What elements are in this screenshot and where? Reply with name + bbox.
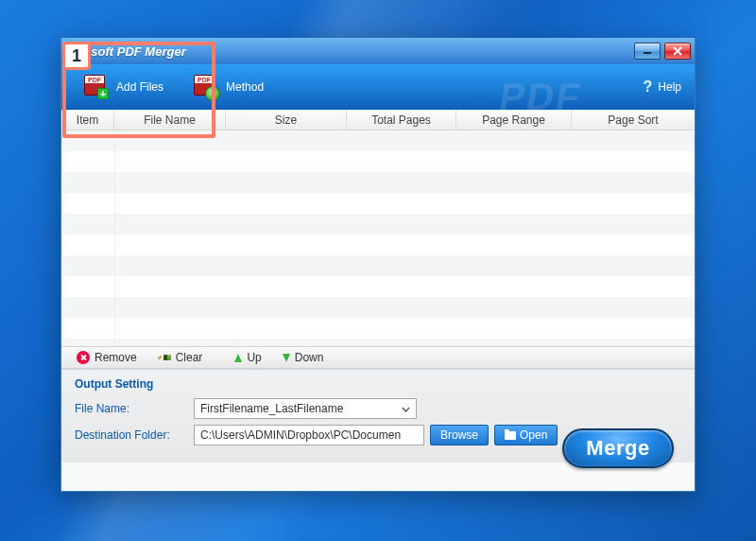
title-bar[interactable]: iseesoft PDF Merger: [61, 38, 695, 64]
move-up-button[interactable]: Up: [229, 350, 266, 365]
method-label: Method: [226, 80, 264, 94]
chevron-down-icon: [402, 402, 410, 415]
col-page-range[interactable]: Page Range: [456, 110, 572, 130]
svg-line-2: [674, 47, 681, 55]
destination-folder-value: C:\Users\ADMIN\Dropbox\PC\Documen: [200, 428, 401, 442]
destination-folder-label: Destination Folder:: [75, 428, 188, 442]
list-action-bar: Remove Clear Up Down: [61, 346, 695, 369]
destination-folder-input[interactable]: C:\Users\ADMIN\Dropbox\PC\Documen: [194, 425, 424, 445]
method-button[interactable]: PDF Method: [184, 69, 271, 105]
col-total-pages[interactable]: Total Pages: [347, 110, 456, 130]
help-icon: ?: [644, 79, 653, 96]
add-files-label: Add Files: [116, 80, 163, 94]
browse-button[interactable]: Browse: [430, 425, 489, 445]
file-name-label: File Name:: [75, 402, 188, 415]
arrow-down-icon: [283, 354, 290, 362]
file-name-value: FirstFilename_LastFilename: [200, 402, 343, 415]
help-label: Help: [658, 80, 681, 94]
open-label: Open: [520, 428, 547, 442]
down-label: Down: [295, 351, 324, 364]
main-toolbar: PDF PDF + Add Files PDF Method ? Help: [61, 64, 695, 110]
col-file-name[interactable]: File Name: [114, 110, 226, 130]
output-setting-title: Output Setting: [75, 377, 681, 391]
up-label: Up: [247, 351, 261, 364]
open-button[interactable]: Open: [494, 425, 558, 445]
move-down-button[interactable]: Down: [277, 350, 330, 365]
clear-label: Clear: [176, 351, 203, 364]
minimize-button[interactable]: [634, 43, 661, 60]
method-icon: PDF: [192, 75, 218, 99]
col-item[interactable]: Item: [61, 110, 114, 130]
close-button[interactable]: [664, 43, 691, 60]
merge-label: Merge: [586, 436, 649, 461]
desktop-background: iseesoft PDF Merger PDF PDF + Add Files …: [0, 0, 756, 541]
arrow-up-icon: [234, 354, 242, 362]
close-icon: [673, 46, 682, 56]
file-grid[interactable]: [61, 131, 695, 346]
window-title: iseesoft PDF Merger: [67, 44, 630, 59]
clear-icon: [158, 351, 171, 364]
app-window: iseesoft PDF Merger PDF PDF + Add Files …: [60, 38, 696, 492]
minimize-icon: [643, 47, 652, 55]
clear-button[interactable]: Clear: [152, 350, 209, 365]
col-page-sort[interactable]: Page Sort: [572, 110, 695, 130]
folder-icon: [505, 431, 516, 440]
remove-button[interactable]: Remove: [71, 350, 143, 365]
add-files-button[interactable]: PDF + Add Files: [75, 69, 171, 105]
browse-label: Browse: [440, 428, 478, 442]
col-size[interactable]: Size: [226, 110, 347, 130]
remove-icon: [77, 351, 90, 364]
output-setting-panel: Output Setting File Name: FirstFilename_…: [61, 369, 695, 462]
merge-button[interactable]: Merge: [562, 428, 674, 468]
add-files-icon: PDF +: [82, 75, 109, 99]
file-name-combo[interactable]: FirstFilename_LastFilename: [194, 398, 417, 419]
column-headers: Item File Name Size Total Pages Page Ran…: [61, 110, 695, 131]
svg-line-1: [674, 47, 681, 55]
remove-label: Remove: [94, 351, 137, 364]
help-button[interactable]: ? Help: [644, 79, 681, 96]
